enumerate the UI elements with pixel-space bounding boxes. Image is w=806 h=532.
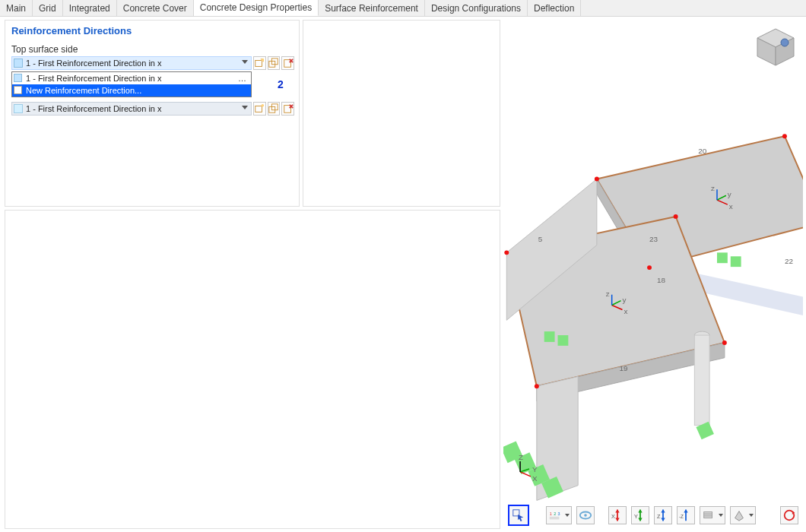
svg-point-66 [781,39,789,46]
svg-point-73 [584,514,587,517]
view-cube[interactable] [753,24,798,70]
svg-point-36 [674,214,678,219]
bottom-direction-value: 1 - First Reinforcement Direction in x [26,104,162,113]
view-mode-button[interactable] [700,506,725,524]
move-y-button[interactable]: Y [631,506,649,524]
tab-bar: Main Grid Integrated Concrete Cover Conc… [0,0,806,17]
svg-marker-83 [661,509,665,513]
tab-design-configurations[interactable]: Design Configurations [425,0,528,16]
svg-text:x: x [624,307,627,315]
tab-integrated[interactable]: Integrated [63,0,117,16]
svg-text:2: 2 [554,511,556,516]
svg-text:18: 18 [657,276,665,284]
new-item-button[interactable] [253,56,266,70]
svg-rect-4 [284,60,290,68]
svg-rect-30 [717,252,728,263]
svg-text:20: 20 [698,147,706,155]
svg-point-32 [595,177,599,182]
new-item-button-2[interactable] [253,102,266,116]
svg-rect-89 [704,512,712,518]
svg-text:3: 3 [558,511,560,516]
svg-text:Z: Z [519,453,523,461]
chevron-down-icon [242,106,248,109]
svg-marker-92 [735,511,744,521]
svg-text:22: 22 [785,257,793,265]
svg-rect-71 [550,517,560,520]
svg-text:z: z [711,184,715,192]
svg-rect-29 [557,335,568,346]
svg-text:x: x [729,202,733,211]
dropdown-option-new[interactable]: New Reinforcement Direction... [12,84,251,97]
top-surface-label: Top surface side [11,41,294,56]
duplicate-item-button[interactable] [268,56,281,70]
workspace: Reinforcement Directions Top surface sid… [0,17,806,532]
tab-grid[interactable]: Grid [33,0,63,16]
display-mode-button[interactable] [730,506,756,524]
svg-text:Z: Z [657,513,661,520]
svg-rect-0 [255,61,262,67]
top-direction-value: 1 - First Reinforcement Direction in x [26,59,162,68]
bottom-direction-dropdown[interactable]: 1 - First Reinforcement Direction in x [11,102,252,116]
svg-point-35 [504,250,509,255]
show-values-button[interactable]: 123 [546,506,572,524]
svg-point-38 [722,340,727,345]
dropdown-option-existing[interactable]: 1 - First Reinforcement Direction in x … [12,72,251,84]
aux-panel [303,20,500,207]
svg-marker-84 [661,518,665,522]
svg-marker-80 [638,518,642,522]
svg-text:z: z [606,290,610,298]
svg-text:-Z: -Z [679,514,684,519]
left-column: Reinforcement Directions Top surface sid… [0,17,503,532]
svg-text:y: y [728,190,731,198]
panel-title: Reinforcement Directions [11,25,294,41]
svg-point-34 [647,265,652,270]
duplicate-item-button-2[interactable] [268,102,281,116]
svg-text:X: X [532,474,538,483]
color-swatch-icon [14,104,23,113]
detail-panel [5,210,500,529]
svg-rect-28 [544,331,555,342]
top-direction-dropdown-list[interactable]: 1 - First Reinforcement Direction in x …… [11,71,252,97]
svg-point-1 [262,59,265,62]
invert-z-button[interactable]: -Z [677,506,695,524]
move-z-button[interactable]: Z [654,506,672,524]
model-viewport[interactable]: 1 [503,20,803,529]
restore-view-button[interactable] [780,506,798,524]
color-swatch-icon [14,59,23,68]
svg-rect-7 [255,106,262,112]
svg-text:23: 23 [649,235,658,243]
svg-text:Y: Y [532,465,538,473]
reinforcement-directions-panel: Reinforcement Directions Top surface sid… [5,20,300,207]
delete-item-button-2[interactable] [281,102,294,116]
chevron-down-icon [242,60,248,64]
svg-marker-87 [684,509,687,513]
svg-marker-75 [615,509,619,513]
svg-text:1: 1 [550,511,552,516]
svg-text:5: 5 [538,236,543,244]
svg-marker-76 [615,518,619,522]
tab-concrete-cover[interactable]: Concrete Cover [117,0,194,16]
move-x-button[interactable]: X [608,506,627,524]
annotation-2: 2 [278,78,284,90]
svg-point-33 [782,134,787,138]
tab-concrete-design-properties[interactable]: Concrete Design Properties [194,0,319,16]
ellipsis-icon: … [238,74,246,83]
svg-rect-11 [284,106,290,113]
delete-item-button[interactable] [281,56,294,70]
svg-text:19: 19 [620,364,628,372]
select-objects-button[interactable] [508,505,529,526]
viewport-toolbar: 123 X Y Z -Z [508,505,798,526]
tab-main[interactable]: Main [0,0,33,16]
svg-rect-31 [731,256,741,267]
tab-deflection[interactable]: Deflection [528,0,581,16]
svg-text:Y: Y [634,513,638,520]
svg-rect-22 [694,335,709,426]
show-results-button[interactable] [576,506,595,524]
svg-point-37 [535,384,539,388]
svg-marker-79 [638,509,642,513]
top-direction-dropdown[interactable]: 1 - First Reinforcement Direction in x [11,56,252,70]
svg-text:y: y [622,296,626,304]
tab-surface-reinforcement[interactable]: Surface Reinforcement [319,0,425,16]
svg-point-8 [262,104,265,107]
svg-text:X: X [611,513,615,520]
